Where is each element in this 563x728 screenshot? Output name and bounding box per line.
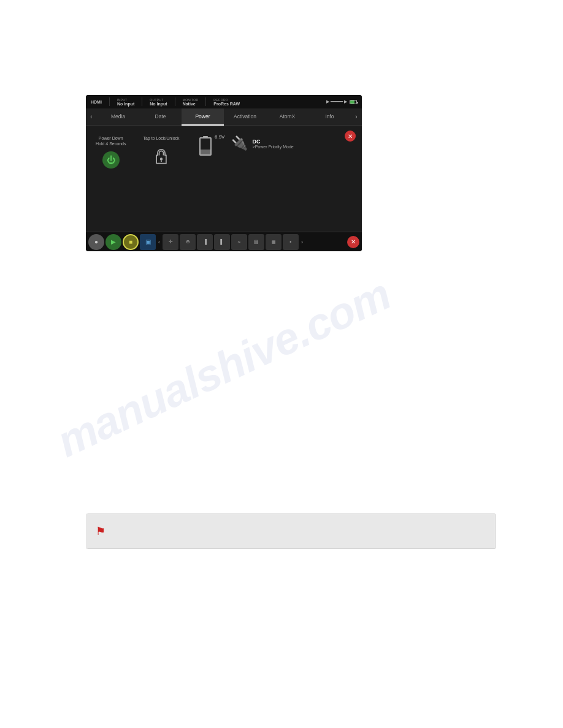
battery-big-icon (199, 137, 212, 156)
nav-arrow: ▶ ━━━━━ ▶ (326, 99, 347, 104)
source-value: No Input (117, 102, 134, 106)
power-down-label: Power Down Hold 4 Seconds (96, 135, 126, 146)
bar2-button[interactable]: ▌ (214, 234, 230, 250)
dc-text: DC >Power Priority Mode (253, 138, 294, 149)
tab-navigation: ‹ Media Date Power Activation AtomX Info… (86, 108, 362, 126)
separator1 (109, 97, 110, 106)
focus-button[interactable]: ▤ (248, 234, 264, 250)
voltage-label: 6.9V (215, 134, 224, 140)
flag-icon: ⚑ (96, 525, 105, 538)
touch-button[interactable]: ✛ (163, 234, 178, 250)
lock-item: Tap to Lock/Unlock (143, 135, 179, 168)
record-status: RECORD ProRes RAW (213, 98, 240, 106)
battery-icon (350, 100, 357, 104)
source-status: INPUT No Input (117, 98, 134, 106)
tab-date[interactable]: Date (139, 108, 182, 126)
toolbar-prev-arrow[interactable]: ‹ (157, 239, 161, 245)
wave-button[interactable]: ≈ (231, 234, 247, 250)
device-screen: HDMI INPUT No Input OUTPUT No Input MONI… (86, 95, 362, 251)
bottom-toolbar: ● ▶ ■ ▣ ‹ ✛ ⊕ ▐ ▌ ≈ ▤ ▦ ▪ › ✕ (86, 232, 362, 251)
lock-icon (155, 148, 168, 165)
tab-atomx[interactable]: AtomX (266, 108, 308, 126)
monitor-status: MONITOR Native (183, 98, 199, 106)
output-value: No Input (150, 102, 167, 106)
lock-icon-container[interactable] (153, 146, 170, 168)
toolbar-next-arrow[interactable]: › (300, 239, 304, 245)
battery-item (197, 135, 214, 157)
dc-label: DC (253, 138, 294, 145)
tab-activation[interactable]: Activation (224, 108, 266, 126)
separator2 (142, 97, 142, 106)
status-bar: HDMI INPUT No Input OUTPUT No Input MONI… (86, 95, 362, 108)
separator4 (205, 97, 206, 106)
stop-button[interactable]: ■ (123, 234, 139, 250)
grid-button[interactable]: ▦ (266, 234, 282, 250)
output-status: OUTPUT No Input (150, 98, 167, 106)
monitor-button[interactable]: ▣ (140, 234, 156, 250)
separator3 (175, 97, 175, 106)
svg-point-0 (160, 157, 163, 160)
plug-icon: 🔌 (231, 135, 248, 151)
power-down-item: Power Down Hold 4 Seconds ⏻ (96, 135, 126, 169)
play-button[interactable]: ▶ (105, 234, 121, 250)
watermark: manualshive.com (86, 221, 362, 515)
rect-button[interactable]: ▪ (283, 234, 299, 250)
dc-power-item: 🔌 DC >Power Priority Mode (231, 135, 294, 151)
dc-sublabel: >Power Priority Mode (253, 145, 294, 149)
input-value: HDMI (91, 100, 102, 104)
power-icon[interactable]: ⏻ (102, 151, 120, 169)
battery-big-fill (201, 150, 210, 154)
bar1-button[interactable]: ▐ (197, 234, 213, 250)
battery-fill (350, 100, 354, 104)
toolbar-close-button[interactable]: ✕ (347, 236, 359, 248)
watermark-text: manualshive.com (50, 268, 399, 466)
dc-icon-row: 🔌 DC >Power Priority Mode (231, 135, 294, 151)
record-button[interactable]: ● (88, 234, 104, 250)
note-box: ⚑ (86, 514, 496, 549)
status-nav: ▶ ━━━━━ ▶ (326, 99, 357, 104)
close-button[interactable]: ✕ (345, 131, 356, 142)
zoom-button[interactable]: ⊕ (180, 234, 196, 250)
power-items-row: Power Down Hold 4 Seconds ⏻ Tap to Lock/… (96, 135, 352, 169)
battery-level-container (197, 135, 214, 157)
tab-prev-arrow[interactable]: ‹ (86, 108, 97, 126)
input-status: HDMI (91, 100, 102, 104)
tab-media[interactable]: Media (97, 108, 139, 126)
record-value: ProRes RAW (213, 102, 240, 106)
tab-power[interactable]: Power (182, 108, 224, 126)
tab-next-arrow[interactable]: › (351, 108, 362, 126)
lock-label: Tap to Lock/Unlock (143, 135, 179, 141)
power-content: ✕ 6.9V Power Down Hold 4 Seconds ⏻ Tap t… (86, 126, 362, 232)
monitor-value: Native (183, 102, 196, 106)
tab-info[interactable]: Info (308, 108, 351, 126)
